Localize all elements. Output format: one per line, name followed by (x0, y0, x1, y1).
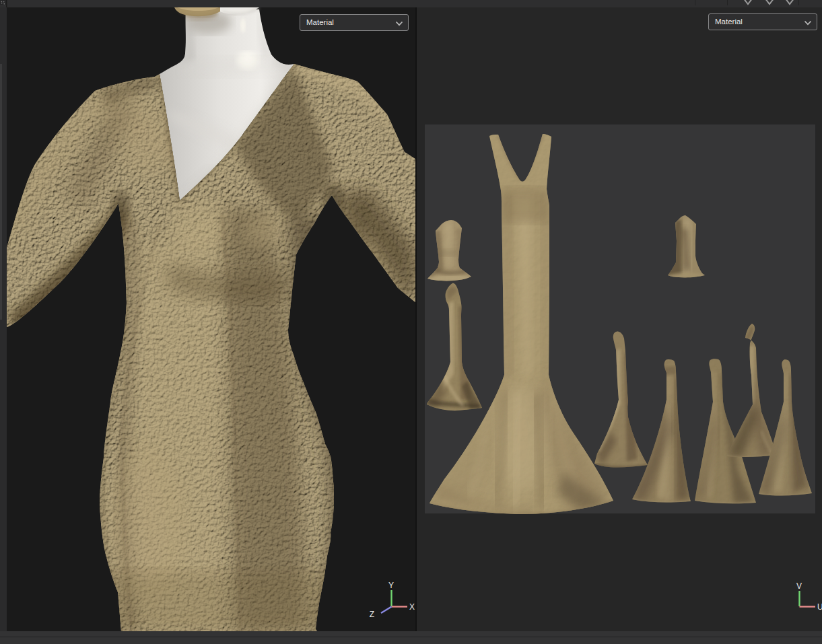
svg-text:V: V (796, 581, 802, 591)
svg-text:U: U (817, 602, 822, 612)
svg-text:Z: Z (370, 610, 374, 619)
svg-text:X: X (409, 602, 415, 612)
svg-text:Y: Y (388, 581, 394, 590)
